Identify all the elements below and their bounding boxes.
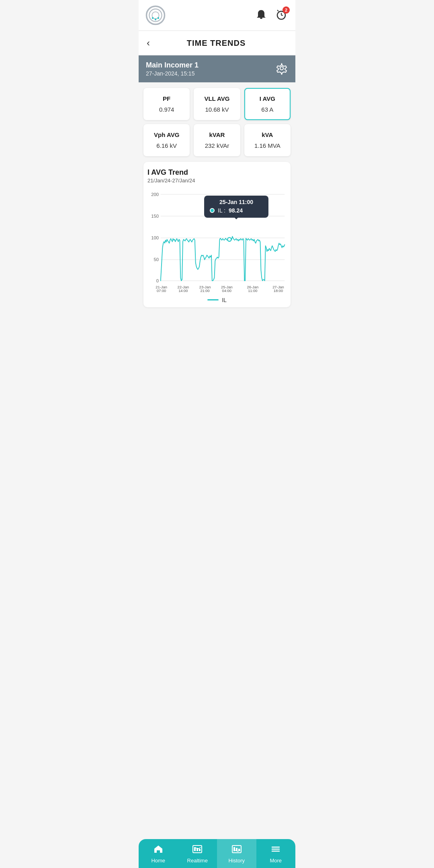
svg-text:0: 0: [156, 278, 159, 283]
chart-legend: IL: [147, 297, 287, 303]
svg-point-5: [158, 17, 159, 19]
svg-text:21:00: 21:00: [200, 289, 209, 293]
device-name: Main Incomer 1: [146, 61, 199, 69]
svg-text:07:00: 07:00: [157, 289, 166, 293]
metric-value-kva: 1.16 MVA: [249, 142, 286, 149]
metric-card-kvar[interactable]: kVAR 232 kVAr: [194, 124, 240, 156]
svg-text:150: 150: [151, 214, 159, 219]
metric-label-vll_avg: VLL AVG: [199, 95, 235, 102]
alarm-badge: 2: [283, 6, 290, 14]
header-icons: 2: [254, 7, 289, 24]
settings-button[interactable]: [275, 62, 288, 76]
svg-point-4: [155, 18, 156, 20]
page-title: TIME TRENDS: [155, 39, 278, 48]
metric-label-i_avg: I AVG: [249, 95, 286, 102]
chart-area[interactable]: 200 150 100 50 0 21-Jan 07:00 22-Jan 14:…: [147, 188, 287, 293]
chart-tooltip: 25-Jan 11:00 IL : 98.24: [204, 196, 268, 218]
svg-text:18:00: 18:00: [274, 289, 283, 293]
bell-icon: [255, 9, 267, 21]
metric-value-vll_avg: 10.68 kV: [199, 106, 235, 113]
device-info: Main Incomer 1 27-Jan-2024, 15:15: [146, 61, 199, 77]
svg-rect-6: [260, 18, 262, 19]
metrics-grid: PF 0.974 VLL AVG 10.68 kV I AVG 63 A Vph…: [139, 82, 295, 162]
tooltip-series: IL :: [218, 207, 225, 214]
metric-label-vph_avg: Vph AVG: [148, 131, 185, 138]
svg-text:14:00: 14:00: [178, 289, 188, 293]
svg-point-3: [152, 17, 154, 19]
chart-title: I AVG Trend: [147, 168, 287, 177]
chart-container: I AVG Trend 21/Jan/24-27/Jan/24 200 150 …: [143, 162, 291, 307]
device-datetime: 27-Jan-2024, 15:15: [146, 70, 199, 77]
svg-text:200: 200: [151, 192, 159, 197]
metric-card-kva[interactable]: kVA 1.16 MVA: [244, 124, 291, 156]
notification-button[interactable]: [254, 7, 269, 24]
svg-line-10: [277, 10, 278, 11]
tooltip-dot: [210, 208, 215, 213]
alarm-button[interactable]: 2: [274, 7, 289, 24]
svg-text:50: 50: [154, 257, 159, 262]
svg-point-23: [227, 237, 231, 241]
svg-text:04:00: 04:00: [222, 289, 231, 293]
settings-icon: [275, 62, 288, 75]
metric-label-kvar: kVAR: [199, 131, 235, 138]
metric-value-pf: 0.974: [148, 106, 185, 113]
svg-text:11:00: 11:00: [248, 289, 257, 293]
top-header: 2: [139, 0, 295, 31]
svg-point-12: [280, 67, 283, 70]
chart-subtitle: 21/Jan/24-27/Jan/24: [147, 178, 287, 184]
app-logo-icon: [145, 5, 166, 26]
metric-value-kvar: 232 kVAr: [199, 142, 235, 149]
tooltip-number: 98.24: [229, 207, 243, 214]
metric-label-pf: PF: [148, 95, 185, 102]
legend-line: [207, 299, 219, 300]
metric-card-vph_avg[interactable]: Vph AVG 6.16 kV: [143, 124, 190, 156]
page-header: ‹ TIME TRENDS: [139, 31, 295, 55]
metric-value-vph_avg: 6.16 kV: [148, 142, 185, 149]
metric-card-vll_avg[interactable]: VLL AVG 10.68 kV: [194, 88, 240, 120]
metric-card-i_avg[interactable]: I AVG 63 A: [244, 88, 291, 120]
metric-label-kva: kVA: [249, 131, 286, 138]
metric-card-pf[interactable]: PF 0.974: [143, 88, 190, 120]
device-bar: Main Incomer 1 27-Jan-2024, 15:15: [139, 55, 295, 82]
tooltip-time: 25-Jan 11:00: [210, 199, 263, 205]
metric-value-i_avg: 63 A: [249, 106, 286, 113]
logo: [145, 5, 166, 26]
tooltip-value-row: IL : 98.24: [210, 207, 263, 214]
svg-text:100: 100: [151, 235, 159, 240]
legend-label: IL: [222, 297, 227, 303]
back-button[interactable]: ‹: [147, 37, 150, 49]
